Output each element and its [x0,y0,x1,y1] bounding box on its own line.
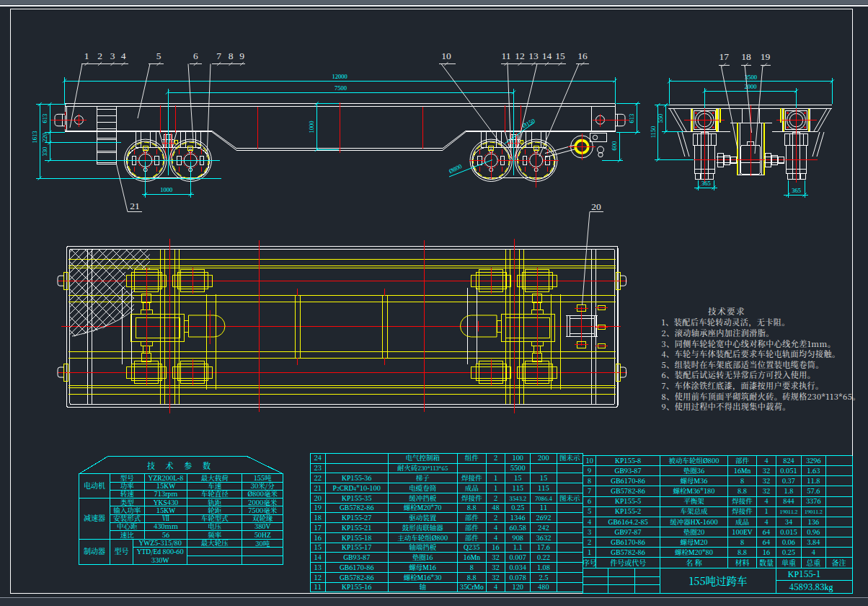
svg-text:6、装配后试运转无异常后方可投入使用。: 6、装配后试运转无异常后方可投入使用。 [662,369,816,380]
svg-text:10: 10 [441,50,451,61]
svg-text:3376: 3376 [806,496,821,506]
svg-text:120: 120 [512,581,523,592]
svg-text:耐火砖230*113*65: 耐火砖230*113*65 [397,462,448,473]
svg-text:焊接件: 焊接件 [732,506,753,516]
svg-text:844: 844 [783,496,794,506]
svg-text:KP155-18: KP155-18 [342,532,371,543]
svg-text:200: 200 [538,452,549,462]
svg-text:30吨: 30吨 [255,538,270,548]
svg-text:螺母M16: 螺母M16 [409,562,436,572]
svg-text:0.034: 0.034 [510,562,527,572]
svg-text:2.5: 2.5 [539,572,549,582]
svg-text:制动器: 制动器 [84,545,105,556]
svg-text:部件: 部件 [735,455,750,465]
svg-text:轴端挡板: 轴端挡板 [409,542,437,552]
svg-text:材料: 材料 [735,557,750,568]
svg-text:23: 23 [314,462,322,473]
svg-text:48: 48 [492,502,499,512]
svg-text:螺栓M20*80: 螺栓M20*80 [675,547,713,557]
svg-text:220: 220 [41,133,48,142]
svg-text:824: 824 [783,455,794,465]
svg-text:2、滚动轴承座内加注润滑脂。: 2、滚动轴承座内加注润滑脂。 [662,327,774,338]
svg-text:1.08: 1.08 [537,562,550,572]
svg-text:21: 21 [314,483,322,493]
svg-text:64: 64 [763,527,771,537]
svg-text:螺母M36: 螺母M36 [681,475,708,486]
svg-text:10: 10 [585,455,593,465]
svg-text:4: 4 [812,547,816,557]
svg-text:总重: 总重 [806,557,820,568]
svg-text:32: 32 [492,562,499,572]
svg-text:1150: 1150 [650,126,657,139]
svg-text:7: 7 [588,486,591,496]
svg-text:0.22: 0.22 [537,552,550,562]
svg-text:155吨过跨车: 155吨过跨车 [688,573,747,588]
svg-text:1.1: 1.1 [513,542,523,552]
svg-text:32: 32 [492,572,499,582]
svg-text:序号: 序号 [583,557,597,568]
svg-text:2: 2 [97,50,102,61]
svg-text:8: 8 [740,537,744,547]
svg-text:613: 613 [628,114,635,123]
svg-text:螺栓M36*180: 螺栓M36*180 [673,486,714,496]
svg-text:15: 15 [514,473,521,483]
svg-text:梯子: 梯子 [416,473,430,483]
svg-text:成品: 成品 [465,483,479,493]
svg-text:14: 14 [542,50,552,61]
svg-text:19: 19 [314,502,322,512]
svg-text:242: 242 [538,522,549,532]
svg-text:4: 4 [494,522,498,532]
svg-text:图未示: 图未示 [559,493,580,503]
svg-text:15: 15 [540,473,547,483]
svg-text:Q235: Q235 [464,542,480,552]
svg-text:电缆卷筒: 电缆卷筒 [409,483,437,493]
svg-text:8.8: 8.8 [738,547,747,557]
svg-text:4: 4 [764,517,769,527]
svg-text:GB93-87: GB93-87 [615,465,642,475]
svg-text:57.6: 57.6 [807,486,820,496]
svg-text:3、同侧车轮轮宽中心线对称中心线允差1mm。: 3、同侧车轮轮宽中心线对称中心线允差1mm。 [662,338,836,349]
svg-text:缓冲挡板: 缓冲挡板 [409,493,437,503]
svg-text:垫圈16: 垫圈16 [412,552,433,562]
svg-text:7、车体涂铁红底漆，面漆按用户要求执行。: 7、车体涂铁红底漆，面漆按用户要求执行。 [662,379,824,391]
svg-text:鼓形齿联轴器: 鼓形齿联轴器 [402,522,444,532]
svg-text:9、使用过程中不得出现集中载荷。: 9、使用过程中不得出现集中载荷。 [662,400,791,412]
svg-text:64: 64 [763,537,771,547]
svg-text:部件: 部件 [465,532,479,543]
svg-text:1: 1 [764,506,768,516]
svg-text:KP155-21: KP155-21 [342,522,371,532]
svg-text:1.8: 1.8 [784,486,794,496]
svg-text:被动车轮组Ø800: 被动车轮组Ø800 [668,455,719,465]
svg-text:1: 1 [588,547,591,557]
svg-text:908: 908 [512,532,523,543]
svg-text:5: 5 [588,506,591,516]
svg-text:组件: 组件 [465,452,479,462]
svg-text:1: 1 [84,50,89,61]
svg-text:32: 32 [763,475,770,486]
svg-text:GB93-87: GB93-87 [343,552,370,562]
svg-text:3.84: 3.84 [807,537,820,547]
svg-text:8: 8 [470,562,474,572]
svg-text:螺栓M16*30: 螺栓M16*30 [404,572,442,582]
svg-text:12: 12 [314,572,322,582]
svg-text:32: 32 [763,465,770,475]
svg-text:4: 4 [121,50,126,61]
svg-text:0.96: 0.96 [807,527,820,537]
svg-text:22: 22 [314,473,322,483]
svg-text:19011.2: 19011.2 [805,508,823,515]
svg-text:4: 4 [494,581,498,592]
svg-text:螺母M20: 螺母M20 [681,537,708,547]
svg-text:2: 2 [494,493,497,503]
svg-text:KP155-17: KP155-17 [342,542,371,552]
svg-text:16: 16 [763,547,770,557]
svg-text:KP155-2: KP155-2 [615,506,641,516]
svg-text:32: 32 [492,552,499,562]
svg-text:613: 613 [41,114,48,123]
svg-text:3632: 3632 [536,532,551,543]
svg-text:330W: 330W [151,555,169,565]
svg-text:136: 136 [808,517,820,527]
svg-text:电动机: 电动机 [84,480,105,491]
svg-text:电气控制箱: 电气控制箱 [405,452,440,462]
svg-text:60.58: 60.58 [510,522,526,532]
svg-text:100EV: 100EV [732,527,752,537]
